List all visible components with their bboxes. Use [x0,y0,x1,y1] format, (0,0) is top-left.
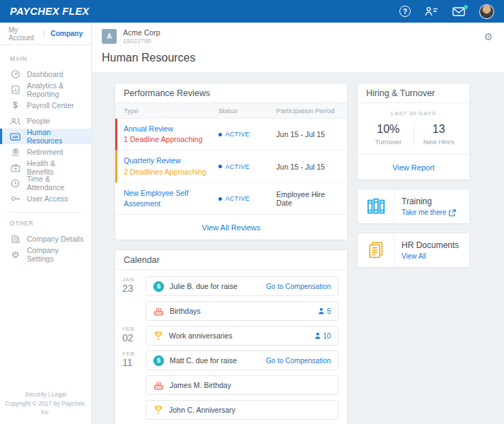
tab-my-account[interactable]: My Account [8,26,37,42]
status-badge: ACTIVE [225,163,250,170]
calendar-event[interactable]: James M. Birthday [146,375,339,395]
sidebar-item-people[interactable]: People [0,113,91,129]
calendar-event[interactable]: $ Julie B. due for raise Go to Compensat… [146,276,339,296]
hiring-turnover-card: Hiring & Turnover LAST 30 DAYS 10% Turno… [357,83,470,180]
calendar-event[interactable]: Work anniversaries 10 [146,326,339,346]
hr-documents-card: HR Documents View All [357,232,470,268]
retirement-coin-icon [10,148,20,157]
sidebar-item-health-benefits[interactable]: Health & Benefits [0,160,91,175]
briefcase-cross-icon [10,163,20,172]
column-period: Participation Period [276,107,339,114]
legal-link[interactable]: Legal [52,391,66,398]
hr-badge-icon: HR [10,132,20,141]
sidebar-item-company-settings[interactable]: ⚙ Company Settings [0,247,91,262]
hr-documents-title: HR Documents [402,240,459,250]
training-books-icon [358,189,394,223]
new-hires-label: New Hires [414,138,464,146]
event-date: JAN 23 [122,276,146,296]
employee-count[interactable]: 5 [318,307,331,315]
company-selector[interactable]: A Acme Corp 15022790 [102,28,491,45]
sidebar-item-dashboard[interactable]: Dashboard [0,66,91,82]
go-to-compensation-link[interactable]: Go to Compensation [266,283,331,290]
calendar-card: Calendar JAN 23 $ Julie B. due for raise… [115,249,348,424]
company-name: Acme Corp [123,28,160,37]
sidebar-item-user-access[interactable]: User Access [0,191,91,206]
mail-icon[interactable] [452,7,465,16]
view-all-reviews-link[interactable]: View All Reviews [202,223,261,232]
contacts-icon[interactable] [425,6,438,16]
security-link[interactable]: Security [25,391,47,398]
user-avatar[interactable] [479,4,494,19]
external-link-icon [449,209,456,216]
take-me-there-link[interactable]: Take me there [402,208,456,216]
event-date [122,301,146,321]
status-badge: ACTIVE [225,131,250,138]
event-date: FEB 11 [122,351,146,370]
calendar-event[interactable]: Birthdays 5 [146,301,339,321]
table-row: New Employee Self Assesment ACTIVE Emplo… [115,183,347,214]
column-status: Status [218,107,276,114]
company-avatar: A [102,29,117,44]
company-id: 15022790 [123,37,160,45]
account-tabs: My Account | Company [0,23,91,45]
dashboard-icon [10,69,20,79]
main-area: A Acme Corp 15022790 ⚙ Human Resources P… [92,23,504,424]
gear-icon: ⚙ [10,250,20,259]
view-all-link[interactable]: View All [402,252,459,260]
period-label: LAST 30 DAYS [363,110,464,117]
anniversary-trophy-icon [153,331,163,341]
tab-company[interactable]: Company [50,30,83,37]
review-type-link[interactable]: Quarterly Review [124,155,218,166]
help-icon[interactable]: ? [399,6,411,17]
nav-section-other: OTHER [0,217,91,231]
performance-reviews-header: Type Status Participation Period [115,103,347,119]
nav-section-main: MAIN [0,52,91,66]
sidebar-item-human-resources[interactable]: HR Human Resources [0,129,91,144]
sidebar-item-company-details[interactable]: Company Details [0,231,91,247]
sidebar-footer: Security | Legal Copyright © 2017 by Pay… [0,390,91,417]
raise-coin-icon: $ [153,355,164,366]
training-title: Training [402,196,456,206]
turnover-stat: 10% Turnover [363,123,414,146]
event-date [122,400,146,420]
sidebar-item-time-attendance[interactable]: Time & Attendance [0,175,91,191]
turnover-value: 10% [363,123,414,136]
active-status-dot [218,165,222,168]
training-card: Training Take me there [357,189,470,224]
new-hires-stat: 13 New Hires [414,123,464,146]
participation-period: Jun 15 - Jul 15 [276,130,339,139]
birthday-cake-icon [153,306,164,316]
turnover-label: Turnover [363,138,414,146]
review-type-link[interactable]: Annual Review [124,124,218,134]
person-icon [315,332,321,339]
performance-reviews-card: Performance Reviews Type Status Particip… [115,83,348,240]
review-type-link[interactable]: New Employee Self Assesment [124,188,218,209]
table-row: Annual Review 1 Deadline Approaching ACT… [115,119,347,151]
clock-icon [10,179,20,188]
main-header: A Acme Corp 15022790 ⚙ Human Resources [92,23,504,73]
company-details-icon [10,235,20,244]
tab-separator: | [43,30,45,37]
page-settings-gear-icon[interactable]: ⚙ [484,31,493,42]
sidebar-nav: MAIN Dashboard Analytics & Reporting $ P… [0,45,91,262]
sidebar-item-analytics-reporting[interactable]: Analytics & Reporting [0,82,91,98]
view-report-link[interactable]: View Report [392,163,435,172]
sidebar: My Account | Company MAIN Dashboard Anal… [0,23,92,424]
calendar-event[interactable]: John C. Anniversary [146,400,339,420]
dollar-icon: $ [10,100,20,110]
column-type: Type [124,107,218,114]
sidebar-item-payroll-center[interactable]: $ Payroll Center [0,98,91,113]
top-bar: PAYCHEXFLEX ? [0,0,504,23]
hr-documents-icon [358,233,394,267]
go-to-compensation-link[interactable]: Go to Compensation [266,357,331,365]
analytics-icon [10,85,20,95]
event-date [122,375,146,395]
participation-period: Jun 15 - Jul 15 [276,163,339,171]
calendar-event[interactable]: $ Matt C. due for raise Go to Compensati… [146,351,339,370]
employee-count[interactable]: 10 [315,332,331,340]
sidebar-item-retirement[interactable]: Retirement [0,144,91,160]
svg-text:HR: HR [13,135,18,139]
raise-coin-icon: $ [153,281,164,292]
performance-reviews-title: Performance Reviews [115,83,347,103]
paychex-flex-logo: PAYCHEXFLEX [10,6,89,17]
